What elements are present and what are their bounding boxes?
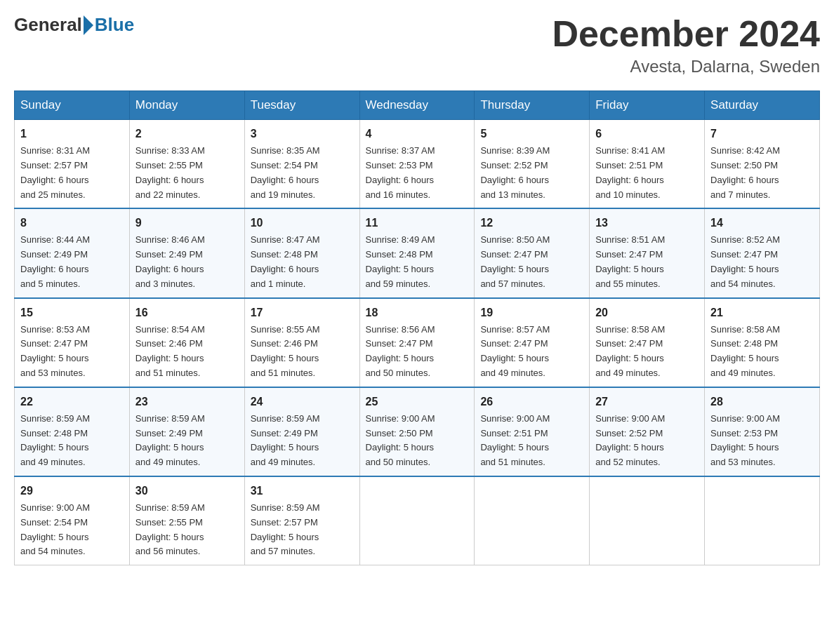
calendar-cell: 4Sunrise: 8:37 AMSunset: 2:53 PMDaylight… bbox=[359, 120, 475, 209]
calendar-cell: 8Sunrise: 8:44 AMSunset: 2:49 PMDaylight… bbox=[15, 208, 130, 297]
day-number: 16 bbox=[135, 304, 239, 321]
day-info: Sunrise: 9:00 AMSunset: 2:54 PMDaylight:… bbox=[20, 502, 90, 556]
day-info: Sunrise: 8:31 AMSunset: 2:57 PMDaylight:… bbox=[20, 145, 90, 199]
week-row-3: 15Sunrise: 8:53 AMSunset: 2:47 PMDayligh… bbox=[15, 298, 820, 387]
calendar-header-row: SundayMondayTuesdayWednesdayThursdayFrid… bbox=[15, 91, 820, 120]
calendar-cell: 29Sunrise: 9:00 AMSunset: 2:54 PMDayligh… bbox=[15, 476, 130, 565]
day-info: Sunrise: 8:56 AMSunset: 2:47 PMDaylight:… bbox=[366, 324, 435, 378]
day-number: 7 bbox=[710, 126, 814, 142]
header-tuesday: Tuesday bbox=[244, 91, 359, 120]
day-number: 26 bbox=[480, 394, 583, 410]
day-number: 23 bbox=[135, 394, 239, 410]
header-friday: Friday bbox=[590, 91, 705, 120]
page-header: General Blue December 2024 Avesta, Dalar… bbox=[14, 14, 820, 76]
title-section: December 2024 Avesta, Dalarna, Sweden bbox=[552, 14, 820, 76]
calendar-cell: 5Sunrise: 8:39 AMSunset: 2:52 PMDaylight… bbox=[475, 120, 590, 209]
calendar-cell: 22Sunrise: 8:59 AMSunset: 2:48 PMDayligh… bbox=[15, 387, 130, 476]
header-thursday: Thursday bbox=[475, 91, 590, 120]
day-number: 21 bbox=[710, 304, 814, 321]
logo-general-text: General bbox=[14, 14, 82, 36]
calendar-cell: 26Sunrise: 9:00 AMSunset: 2:51 PMDayligh… bbox=[475, 387, 590, 476]
week-row-2: 8Sunrise: 8:44 AMSunset: 2:49 PMDaylight… bbox=[15, 208, 820, 297]
day-info: Sunrise: 8:52 AMSunset: 2:47 PMDaylight:… bbox=[710, 234, 780, 288]
day-info: Sunrise: 9:00 AMSunset: 2:51 PMDaylight:… bbox=[480, 413, 550, 467]
calendar-cell: 21Sunrise: 8:58 AMSunset: 2:48 PMDayligh… bbox=[705, 298, 820, 387]
day-info: Sunrise: 9:00 AMSunset: 2:50 PMDaylight:… bbox=[366, 413, 435, 467]
day-number: 11 bbox=[366, 215, 469, 232]
header-sunday: Sunday bbox=[15, 91, 130, 120]
header-saturday: Saturday bbox=[705, 91, 820, 120]
month-title: December 2024 bbox=[552, 14, 820, 54]
day-info: Sunrise: 8:59 AMSunset: 2:49 PMDaylight:… bbox=[251, 413, 320, 467]
calendar-cell: 27Sunrise: 9:00 AMSunset: 2:52 PMDayligh… bbox=[590, 387, 705, 476]
calendar-cell: 31Sunrise: 8:59 AMSunset: 2:57 PMDayligh… bbox=[244, 476, 359, 565]
day-number: 6 bbox=[595, 126, 699, 142]
day-info: Sunrise: 8:37 AMSunset: 2:53 PMDaylight:… bbox=[366, 145, 435, 199]
calendar-cell: 13Sunrise: 8:51 AMSunset: 2:47 PMDayligh… bbox=[590, 208, 705, 297]
calendar-cell: 23Sunrise: 8:59 AMSunset: 2:49 PMDayligh… bbox=[129, 387, 244, 476]
day-info: Sunrise: 8:51 AMSunset: 2:47 PMDaylight:… bbox=[595, 234, 665, 288]
day-number: 1 bbox=[20, 126, 124, 142]
day-number: 18 bbox=[366, 304, 469, 321]
day-info: Sunrise: 8:57 AMSunset: 2:47 PMDaylight:… bbox=[480, 324, 550, 378]
calendar-cell: 3Sunrise: 8:35 AMSunset: 2:54 PMDaylight… bbox=[244, 120, 359, 209]
day-info: Sunrise: 8:59 AMSunset: 2:49 PMDaylight:… bbox=[135, 413, 205, 467]
day-number: 25 bbox=[366, 394, 469, 410]
week-row-4: 22Sunrise: 8:59 AMSunset: 2:48 PMDayligh… bbox=[15, 387, 820, 476]
calendar-cell: 7Sunrise: 8:42 AMSunset: 2:50 PMDaylight… bbox=[705, 120, 820, 209]
day-info: Sunrise: 8:50 AMSunset: 2:47 PMDaylight:… bbox=[480, 234, 550, 288]
calendar-cell: 19Sunrise: 8:57 AMSunset: 2:47 PMDayligh… bbox=[475, 298, 590, 387]
calendar-cell: 30Sunrise: 8:59 AMSunset: 2:55 PMDayligh… bbox=[129, 476, 244, 565]
logo-blue-text: Blue bbox=[95, 14, 134, 36]
day-number: 28 bbox=[710, 394, 814, 410]
day-number: 3 bbox=[251, 126, 354, 142]
day-number: 14 bbox=[710, 215, 814, 232]
day-info: Sunrise: 8:44 AMSunset: 2:49 PMDaylight:… bbox=[20, 234, 90, 288]
header-monday: Monday bbox=[129, 91, 244, 120]
day-number: 31 bbox=[251, 483, 354, 499]
day-info: Sunrise: 8:46 AMSunset: 2:49 PMDaylight:… bbox=[135, 234, 205, 288]
day-info: Sunrise: 8:58 AMSunset: 2:47 PMDaylight:… bbox=[595, 324, 665, 378]
day-info: Sunrise: 8:58 AMSunset: 2:48 PMDaylight:… bbox=[710, 324, 780, 378]
calendar-cell: 15Sunrise: 8:53 AMSunset: 2:47 PMDayligh… bbox=[15, 298, 130, 387]
day-info: Sunrise: 8:55 AMSunset: 2:46 PMDaylight:… bbox=[251, 324, 320, 378]
day-info: Sunrise: 8:59 AMSunset: 2:55 PMDaylight:… bbox=[135, 502, 205, 556]
day-info: Sunrise: 8:59 AMSunset: 2:48 PMDaylight:… bbox=[20, 413, 90, 467]
calendar-cell: 6Sunrise: 8:41 AMSunset: 2:51 PMDaylight… bbox=[590, 120, 705, 209]
day-number: 29 bbox=[20, 483, 124, 499]
calendar-cell: 11Sunrise: 8:49 AMSunset: 2:48 PMDayligh… bbox=[359, 208, 475, 297]
day-info: Sunrise: 8:42 AMSunset: 2:50 PMDaylight:… bbox=[710, 145, 780, 199]
calendar-cell: 25Sunrise: 9:00 AMSunset: 2:50 PMDayligh… bbox=[359, 387, 475, 476]
day-number: 15 bbox=[20, 304, 124, 321]
day-number: 17 bbox=[251, 304, 354, 321]
day-info: Sunrise: 8:35 AMSunset: 2:54 PMDaylight:… bbox=[251, 145, 320, 199]
day-number: 10 bbox=[251, 215, 354, 232]
day-info: Sunrise: 8:41 AMSunset: 2:51 PMDaylight:… bbox=[595, 145, 665, 199]
day-info: Sunrise: 8:39 AMSunset: 2:52 PMDaylight:… bbox=[480, 145, 550, 199]
calendar-cell: 20Sunrise: 8:58 AMSunset: 2:47 PMDayligh… bbox=[590, 298, 705, 387]
calendar-cell: 12Sunrise: 8:50 AMSunset: 2:47 PMDayligh… bbox=[475, 208, 590, 297]
logo-arrow-icon bbox=[84, 15, 93, 35]
calendar-cell: 28Sunrise: 9:00 AMSunset: 2:53 PMDayligh… bbox=[705, 387, 820, 476]
day-number: 4 bbox=[366, 126, 469, 142]
day-number: 20 bbox=[595, 304, 699, 321]
calendar-table: SundayMondayTuesdayWednesdayThursdayFrid… bbox=[14, 90, 820, 565]
day-number: 30 bbox=[135, 483, 239, 499]
day-number: 13 bbox=[595, 215, 699, 232]
calendar-cell bbox=[705, 476, 820, 565]
calendar-cell: 16Sunrise: 8:54 AMSunset: 2:46 PMDayligh… bbox=[129, 298, 244, 387]
day-number: 9 bbox=[135, 215, 239, 232]
logo: General Blue bbox=[14, 14, 134, 36]
calendar-cell: 17Sunrise: 8:55 AMSunset: 2:46 PMDayligh… bbox=[244, 298, 359, 387]
day-info: Sunrise: 8:33 AMSunset: 2:55 PMDaylight:… bbox=[135, 145, 205, 199]
day-number: 27 bbox=[595, 394, 699, 410]
calendar-cell: 14Sunrise: 8:52 AMSunset: 2:47 PMDayligh… bbox=[705, 208, 820, 297]
day-number: 19 bbox=[480, 304, 583, 321]
day-info: Sunrise: 8:54 AMSunset: 2:46 PMDaylight:… bbox=[135, 324, 205, 378]
calendar-cell: 2Sunrise: 8:33 AMSunset: 2:55 PMDaylight… bbox=[129, 120, 244, 209]
week-row-5: 29Sunrise: 9:00 AMSunset: 2:54 PMDayligh… bbox=[15, 476, 820, 565]
day-info: Sunrise: 8:53 AMSunset: 2:47 PMDaylight:… bbox=[20, 324, 90, 378]
day-info: Sunrise: 8:49 AMSunset: 2:48 PMDaylight:… bbox=[366, 234, 435, 288]
day-info: Sunrise: 9:00 AMSunset: 2:53 PMDaylight:… bbox=[710, 413, 780, 467]
calendar-cell bbox=[590, 476, 705, 565]
